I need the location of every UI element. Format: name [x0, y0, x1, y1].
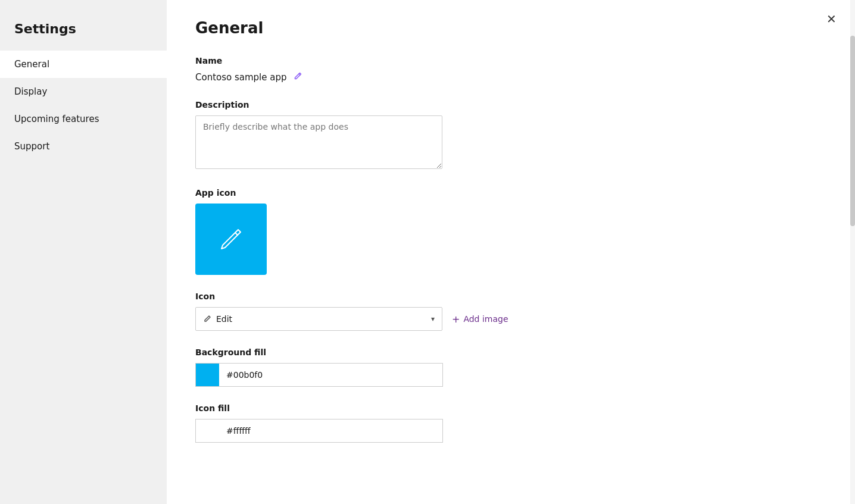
name-label: Name — [195, 56, 826, 65]
icon-fill-label: Icon fill — [195, 403, 826, 413]
icon-section: Icon Edit ▾ + Add image — [195, 292, 826, 331]
icon-fill-input[interactable] — [219, 419, 443, 443]
icon-fill-row — [195, 419, 826, 443]
add-image-label: Add image — [463, 314, 508, 324]
settings-title: Settings — [0, 12, 167, 51]
sidebar-item-upcoming-features[interactable]: Upcoming features — [0, 105, 167, 133]
sidebar-nav: General Display Upcoming features Suppor… — [0, 51, 167, 160]
sidebar-item-display[interactable]: Display — [0, 78, 167, 105]
icon-fill-color-swatch[interactable] — [195, 419, 219, 443]
background-fill-row — [195, 363, 826, 387]
background-fill-section: Background fill — [195, 348, 826, 387]
sidebar-item-general[interactable]: General — [0, 51, 167, 78]
background-fill-input[interactable] — [219, 363, 443, 387]
edit-icon-small — [203, 315, 211, 323]
plus-icon: + — [452, 314, 460, 325]
icon-select[interactable]: Edit ▾ — [195, 307, 442, 331]
sidebar-item-support[interactable]: Support — [0, 133, 167, 160]
app-name-value: Contoso sample app — [195, 72, 287, 83]
name-section: Name Contoso sample app — [195, 56, 826, 83]
description-label: Description — [195, 100, 826, 109]
scrollbar-thumb[interactable] — [850, 36, 855, 226]
add-image-button[interactable]: + Add image — [452, 314, 508, 325]
background-color-swatch[interactable] — [195, 363, 219, 387]
page-title: General — [195, 19, 826, 37]
app-icon-section: App icon — [195, 188, 826, 275]
description-textarea[interactable] — [195, 115, 442, 169]
scrollbar-track — [850, 0, 855, 504]
app-icon-preview[interactable] — [195, 204, 267, 275]
icon-label: Icon — [195, 292, 826, 301]
pencil-icon — [216, 224, 246, 255]
close-button[interactable]: ✕ — [822, 10, 841, 29]
name-value-row: Contoso sample app — [195, 71, 826, 83]
main-content: ✕ General Name Contoso sample app Descri… — [167, 0, 855, 504]
description-section: Description — [195, 100, 826, 171]
sidebar: Settings General Display Upcoming featur… — [0, 0, 167, 504]
icon-fill-section: Icon fill — [195, 403, 826, 443]
name-edit-icon[interactable] — [293, 71, 302, 83]
icon-select-value: Edit — [216, 314, 232, 324]
background-fill-label: Background fill — [195, 348, 826, 357]
chevron-down-icon: ▾ — [431, 315, 435, 323]
app-icon-label: App icon — [195, 188, 826, 198]
close-icon: ✕ — [826, 12, 837, 26]
icon-row: Edit ▾ + Add image — [195, 307, 826, 331]
